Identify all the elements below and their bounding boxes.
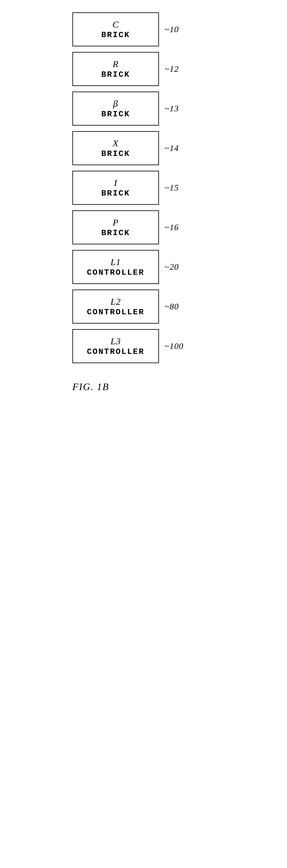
r-brick-row: R BRICK ~12 xyxy=(72,52,179,86)
l2-controller-box: L2 CONTROLLER xyxy=(72,289,159,323)
l2-controller-line1: L2 xyxy=(110,296,121,307)
p-brick-label: ~16 xyxy=(164,222,179,232)
diagram-container: C BRICK ~10 R BRICK ~12 β BRICK ~13 X BR… xyxy=(72,12,233,849)
p-brick-box: P BRICK xyxy=(72,210,159,244)
l1-controller-line1: L1 xyxy=(110,257,121,267)
i-brick-line1: I xyxy=(114,178,118,188)
b-brick-label: ~13 xyxy=(164,104,179,114)
i-brick-row: I BRICK ~15 xyxy=(72,171,179,205)
r-brick-line1: R xyxy=(113,59,119,69)
p-brick-line2: BRICK xyxy=(101,228,130,238)
i-brick-label: ~15 xyxy=(164,183,179,193)
l2-controller-line2: CONTROLLER xyxy=(87,308,145,317)
b-brick-line2: BRICK xyxy=(101,110,130,119)
l1-controller-label: ~20 xyxy=(164,262,179,272)
l1-controller-line2: CONTROLLER xyxy=(87,268,145,277)
i-brick-box: I BRICK xyxy=(72,171,159,205)
l3-controller-line2: CONTROLLER xyxy=(87,347,145,356)
l1-controller-box: L1 CONTROLLER xyxy=(72,250,159,284)
r-brick-label: ~12 xyxy=(164,64,179,74)
c-brick-line2: BRICK xyxy=(101,30,130,40)
p-brick-line1: P xyxy=(113,217,119,228)
c-brick-row: C BRICK ~10 xyxy=(72,12,179,46)
x-brick-label: ~14 xyxy=(164,143,179,153)
l3-controller-box: L3 CONTROLLER xyxy=(72,329,159,363)
x-brick-line2: BRICK xyxy=(101,149,130,158)
c-brick-box: C BRICK xyxy=(72,12,159,46)
b-brick-box: β BRICK xyxy=(72,92,159,126)
l3-controller-label: ~100 xyxy=(164,341,183,351)
c-brick-label: ~10 xyxy=(164,25,179,34)
l2-controller-row: L2 CONTROLLER ~80 xyxy=(72,289,179,323)
figure-label: FIG. 1B xyxy=(72,381,109,393)
x-brick-row: X BRICK ~14 xyxy=(72,131,179,165)
l3-controller-row: L3 CONTROLLER ~100 xyxy=(72,329,183,363)
b-brick-line1: β xyxy=(113,98,118,109)
c-brick-line1: C xyxy=(112,19,119,30)
x-brick-line1: X xyxy=(113,138,119,149)
r-brick-line2: BRICK xyxy=(101,70,130,79)
l3-controller-line1: L3 xyxy=(110,336,121,346)
r-brick-box: R BRICK xyxy=(72,52,159,86)
l2-controller-label: ~80 xyxy=(164,302,179,311)
l1-controller-row: L1 CONTROLLER ~20 xyxy=(72,250,179,284)
p-brick-row: P BRICK ~16 xyxy=(72,210,179,244)
b-brick-row: β BRICK ~13 xyxy=(72,92,179,126)
i-brick-line2: BRICK xyxy=(101,189,130,198)
x-brick-box: X BRICK xyxy=(72,131,159,165)
